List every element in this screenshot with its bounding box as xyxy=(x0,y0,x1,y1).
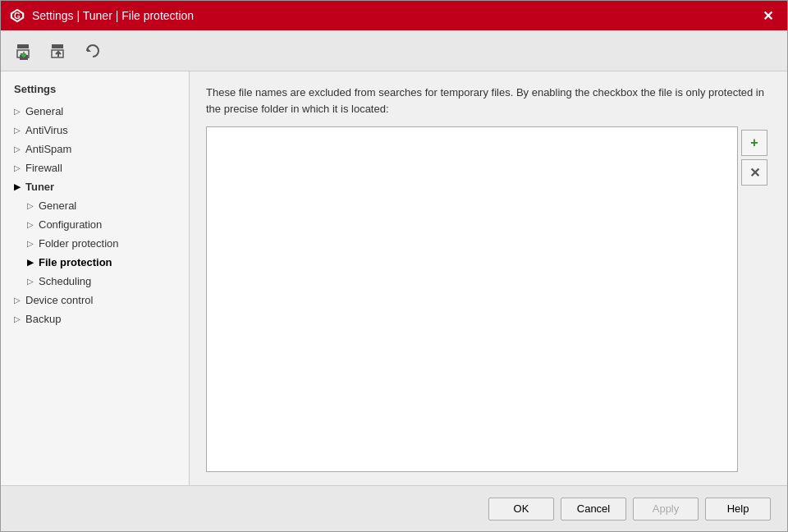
arrow-icon: ▷ xyxy=(14,296,25,305)
sidebar-item-tuner-general[interactable]: ▷ General xyxy=(1,196,189,215)
arrow-icon: ▷ xyxy=(27,239,39,248)
save-icon xyxy=(15,42,33,60)
arrow-icon: ▷ xyxy=(14,163,25,172)
svg-rect-3 xyxy=(17,44,29,48)
window-title: Settings | Tuner | File protection xyxy=(32,9,756,22)
load-profile-button[interactable] xyxy=(44,36,73,66)
sidebar-item-antispam[interactable]: ▷ AntiSpam xyxy=(1,140,189,158)
title-bar: G Settings | Tuner | File protection ✕ xyxy=(1,1,787,30)
sidebar-title: Settings xyxy=(1,80,189,102)
sidebar-item-label: Folder protection xyxy=(39,237,119,250)
arrow-icon: ▷ xyxy=(27,201,39,210)
sidebar-item-tuner-folder-protection[interactable]: ▷ Folder protection xyxy=(1,234,189,253)
sidebar-item-tuner[interactable]: ▶ Tuner xyxy=(1,177,189,196)
sidebar-item-tuner-file-protection[interactable]: ▶ File protection xyxy=(1,253,189,272)
close-button[interactable]: ✕ xyxy=(756,4,779,27)
arrow-icon: ▷ xyxy=(14,107,25,116)
save-profile-button[interactable] xyxy=(9,36,39,66)
sidebar-item-label: AntiVirus xyxy=(25,124,68,136)
refresh-button[interactable] xyxy=(78,36,108,66)
sidebar-item-label: Configuration xyxy=(39,218,102,231)
sidebar-item-label: Device control xyxy=(25,294,93,306)
sidebar-item-label: General xyxy=(39,200,76,212)
right-panel: These file names are excluded from searc… xyxy=(190,71,787,485)
arrow-icon: ▶ xyxy=(14,182,25,191)
refresh-icon xyxy=(84,42,102,60)
sidebar: Settings ▷ General ▷ AntiVirus ▷ AntiSpa… xyxy=(1,71,190,485)
arrow-icon: ▶ xyxy=(27,258,39,267)
list-box-buttons: + ✕ xyxy=(738,126,771,472)
sidebar-item-antivirus[interactable]: ▷ AntiVirus xyxy=(1,121,189,140)
sidebar-item-backup[interactable]: ▷ Backup xyxy=(1,310,189,328)
apply-button[interactable]: Apply xyxy=(633,498,699,521)
sidebar-item-tuner-configuration[interactable]: ▷ Configuration xyxy=(1,215,189,234)
svg-text:G: G xyxy=(14,11,21,21)
help-button[interactable]: Help xyxy=(705,498,771,521)
sidebar-item-label: General xyxy=(25,105,63,117)
arrow-icon: ▷ xyxy=(14,144,25,154)
add-item-button[interactable]: + xyxy=(741,130,767,156)
arrow-icon: ▷ xyxy=(27,220,39,229)
sidebar-item-label: Tuner xyxy=(25,181,54,193)
footer: OK Cancel Apply Help xyxy=(1,485,787,531)
ok-button[interactable]: OK xyxy=(488,498,554,521)
load-icon xyxy=(49,42,67,60)
sidebar-item-tuner-scheduling[interactable]: ▷ Scheduling xyxy=(1,272,189,291)
sidebar-item-general[interactable]: ▷ General xyxy=(1,102,189,121)
arrow-icon: ▷ xyxy=(27,277,39,286)
remove-item-button[interactable]: ✕ xyxy=(741,159,767,186)
sidebar-item-device-control[interactable]: ▷ Device control xyxy=(1,291,189,310)
sidebar-item-label: Backup xyxy=(25,313,61,325)
toolbar xyxy=(1,30,787,71)
sidebar-item-label: Scheduling xyxy=(39,275,91,287)
app-logo: G xyxy=(9,7,25,24)
arrow-icon: ▷ xyxy=(14,126,25,135)
cancel-button[interactable]: Cancel xyxy=(561,498,626,521)
sidebar-item-label: File protection xyxy=(39,256,112,268)
sidebar-item-label: AntiSpam xyxy=(25,143,71,155)
main-content: Settings ▷ General ▷ AntiVirus ▷ AntiSpa… xyxy=(1,71,787,485)
settings-window: G Settings | Tuner | File protection ✕ xyxy=(0,0,788,532)
sidebar-item-label: Firewall xyxy=(25,162,62,174)
list-area-container: + ✕ xyxy=(206,126,771,472)
arrow-icon: ▷ xyxy=(14,314,25,323)
file-list-box[interactable] xyxy=(206,126,738,472)
sidebar-item-firewall[interactable]: ▷ Firewall xyxy=(1,158,189,177)
description-text: These file names are excluded from searc… xyxy=(206,85,771,117)
svg-marker-8 xyxy=(87,48,91,52)
svg-rect-6 xyxy=(52,44,63,48)
